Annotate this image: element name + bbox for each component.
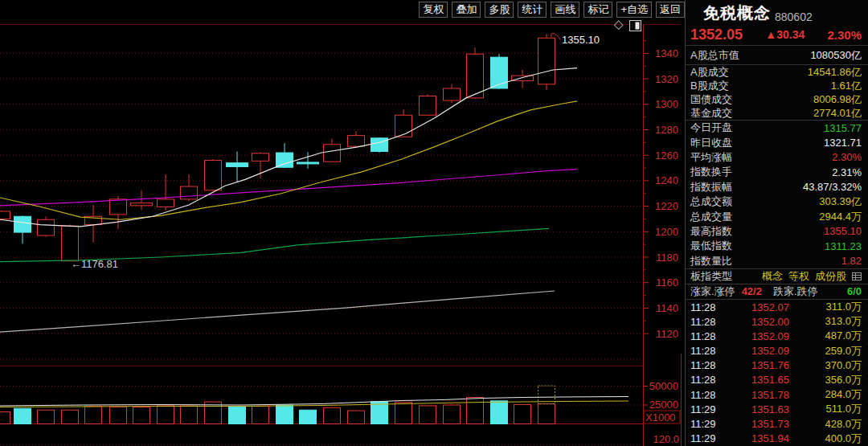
stat-label: 总成交额 [690, 194, 732, 209]
advancers-label: 涨家.涨停 [690, 284, 735, 299]
decliners-value: 6/0 [847, 285, 862, 297]
board-type-label: 板指类型 [690, 269, 732, 284]
price-axis-label: 1240 [655, 174, 678, 186]
volume-bar [85, 407, 102, 424]
volume-bar [252, 407, 269, 424]
stat-row: A股成交14541.86亿 [686, 65, 868, 79]
high-label: 1355.10 [562, 34, 600, 46]
price-axis-label: 1180 [656, 252, 678, 264]
stat-value: 1080530亿 [810, 48, 862, 63]
price-change-pct: 2.30% [827, 28, 862, 42]
tick-vol: 311.0万 [804, 300, 862, 314]
tick-vol: 487.0万 [804, 329, 862, 343]
decliners-label: 跌家.跌停 [773, 284, 818, 299]
pane-layout-icon-bar [636, 23, 640, 30]
price-axis-label: 1200 [655, 226, 678, 238]
kline-chart: 1340132013001280126012401220120011801160… [0, 0, 685, 446]
bottom-pane-label: 120.0 [653, 433, 679, 445]
candlestick [14, 216, 31, 232]
stat-row: 指数量比1.82 [686, 254, 868, 268]
link-equal-weight[interactable]: 等权 [788, 269, 809, 284]
candlestick [371, 138, 388, 152]
tick-vol: 400.0万 [804, 432, 862, 446]
tick-row: 11:281351.76370.0万 [686, 358, 868, 373]
stat-label: 国债成交 [690, 92, 732, 107]
tick-time: 11:29 [690, 403, 737, 415]
stat-value: 1.61亿 [831, 79, 862, 93]
tick-time: 11:28 [690, 316, 737, 328]
stat-label: 指数量比 [690, 254, 732, 268]
tick-price: 1352.09 [737, 345, 804, 357]
tick-row: 11:291351.94400.0万 [686, 432, 868, 446]
stat-label: 最高指数 [690, 224, 732, 239]
stat-row: 平均涨幅2.30% [686, 150, 868, 165]
volume-bar [467, 398, 484, 424]
tick-vol: 511.0万 [804, 402, 862, 416]
stat-row: 昨日收盘1321.71 [686, 135, 868, 149]
price-row: 1352.05 ▲30.34 2.30% [686, 24, 868, 45]
last-price: 1352.05 [690, 27, 743, 43]
stat-row: B股成交1.61亿 [686, 79, 868, 92]
ma-gray [0, 291, 555, 332]
ma-white [0, 68, 577, 227]
volume-bar [0, 411, 10, 423]
tick-price: 1352.09 [737, 330, 804, 342]
price-change: ▲30.34 [765, 28, 805, 41]
candlestick [348, 136, 365, 146]
stat-value: 2774.01亿 [813, 106, 862, 121]
candlestick [444, 88, 461, 100]
tick-vol: 370.0万 [804, 358, 862, 373]
candlestick [252, 153, 269, 162]
volume-bar [348, 411, 365, 423]
tick-vol: 259.0万 [804, 344, 862, 358]
tick-time: 11:28 [690, 389, 737, 401]
volume-bar [491, 401, 508, 424]
candlestick [227, 163, 248, 167]
volume-bar [276, 405, 293, 423]
stat-label: 总成交量 [690, 210, 732, 224]
vol-ma-white [0, 397, 628, 407]
stat-row: 最低指数1311.23 [686, 239, 868, 253]
price-axis-label: 1340 [655, 47, 678, 59]
candlestick [131, 203, 153, 206]
tick-price: 1351.73 [737, 418, 804, 430]
stat-value: 1311.23 [825, 240, 862, 252]
stat-row: 最高指数1355.10 [686, 224, 868, 239]
volume-bar [371, 402, 388, 424]
link-concept[interactable]: 概念 [762, 269, 783, 284]
grid-icon[interactable] [852, 272, 862, 281]
tick-time: 11:29 [690, 418, 737, 430]
stat-value: 2944.4万 [819, 210, 862, 224]
volume-bar [14, 408, 31, 423]
stat-value: 43.87/3.32% [803, 181, 862, 193]
volume-bar [300, 410, 317, 423]
tick-row: 11:281352.07311.0万 [686, 300, 868, 314]
stat-row: 总成交量2944.4万 [686, 209, 868, 223]
stat-value: 1355.10 [824, 225, 862, 237]
candlestick [158, 199, 174, 207]
candlestick [38, 219, 55, 235]
instrument-code: 880602 [775, 10, 813, 24]
volume-bar [324, 407, 341, 423]
stat-value: 14541.86亿 [808, 65, 862, 80]
volume-bar [62, 410, 79, 423]
price-axis-label: 1220 [655, 200, 678, 212]
tick-time: 11:28 [690, 374, 737, 386]
tick-price: 1351.76 [737, 359, 804, 371]
candlestick [538, 38, 555, 84]
stat-row: 国债成交8006.98亿 [686, 92, 868, 106]
candlestick [0, 211, 10, 219]
stat-label: A股成交 [690, 65, 729, 80]
stat-label: B股成交 [690, 79, 729, 93]
tick-row: 11:281351.78284.0万 [686, 387, 868, 402]
app-window: 复权 叠加 多股 统计 画线 标记 +自选 返回 134013201300128… [0, 0, 868, 446]
link-constituents[interactable]: 成份股 [815, 269, 846, 284]
board-type-links: 概念 等权 成份股 [762, 269, 862, 284]
stat-value: 2.30% [832, 151, 862, 163]
volume-bar [514, 405, 531, 424]
tick-price: 1351.94 [737, 432, 804, 444]
stat-label: 指数换手 [690, 165, 732, 179]
tick-price: 1351.63 [737, 403, 804, 415]
stat-value: 1321.71 [824, 137, 862, 149]
quote-sidebar: 免税概念 880602 1352.05 ▲30.34 2.30% A股总市值10… [685, 0, 868, 446]
